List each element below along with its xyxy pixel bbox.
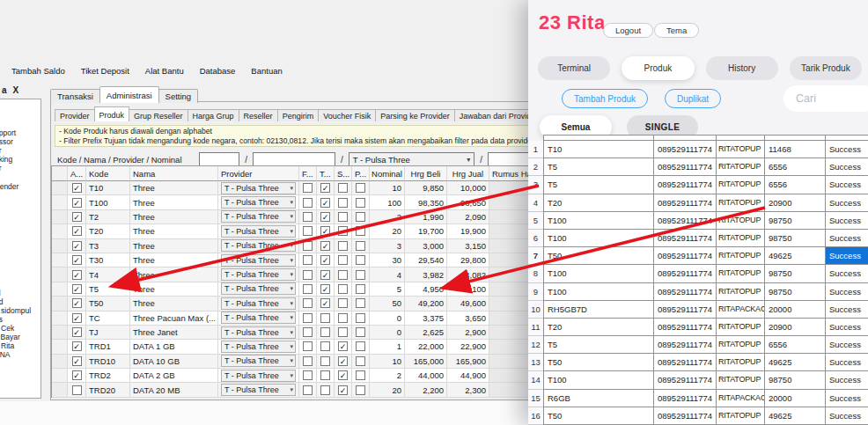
cell-nama[interactable]: Three <box>130 267 218 282</box>
cell-harga[interactable]: 98750 <box>765 283 826 301</box>
menu-item-alat-bantu[interactable]: Alat Bantu <box>145 66 184 76</box>
cell-aktif[interactable]: ✓ <box>68 297 86 311</box>
cell-flag-s[interactable] <box>335 181 352 195</box>
col-header-t[interactable]: T... <box>317 166 335 181</box>
cell-produk[interactable]: RITATOPUP <box>717 319 765 336</box>
checkbox-checked[interactable]: ✓ <box>72 198 82 208</box>
cell-flag-t[interactable]: ✓ <box>317 224 335 238</box>
cell-nama[interactable]: Three <box>130 210 218 224</box>
cell-produk[interactable]: RITATOPUP <box>717 158 765 176</box>
menu-item-bantuan[interactable]: Bantuan <box>251 66 282 76</box>
cell-flag-t[interactable]: ✓ <box>317 253 335 267</box>
checkbox-unchecked[interactable] <box>303 313 313 323</box>
cell-harga[interactable]: 20900 <box>765 194 826 212</box>
cell-harga[interactable]: 49625 <box>765 247 826 265</box>
cell-flag-s[interactable]: ✓ <box>335 340 352 354</box>
checkbox-unchecked[interactable] <box>303 356 313 366</box>
provider-dropdown[interactable]: T - Pulsa Three▾ <box>221 196 296 209</box>
col-header-hrgjual[interactable]: Hrg Jual <box>447 166 489 181</box>
sidebar-item[interactable]: er <box>0 164 40 172</box>
cell-kode[interactable]: R6GB <box>544 390 654 407</box>
cell-hrg-jual[interactable]: 3,650 <box>447 311 489 326</box>
cell-status[interactable]: Success <box>826 283 868 301</box>
checkbox-unchecked[interactable] <box>338 298 348 308</box>
subtab-voucher-fisik[interactable]: Voucher Fisik <box>318 109 376 121</box>
cell-hrg-beli[interactable]: 2,625 <box>405 326 447 340</box>
cell-kode[interactable]: T100 <box>544 283 654 301</box>
cell-aktif[interactable]: ✓ <box>68 195 86 209</box>
cell-harga[interactable]: 20900 <box>765 319 826 336</box>
cell-hrg-beli[interactable]: 165,000 <box>405 355 447 369</box>
checkbox-unchecked[interactable] <box>356 241 365 251</box>
cell-nominal[interactable]: 20 <box>370 383 405 397</box>
cell-flag-p[interactable] <box>352 340 370 354</box>
cell-flag-s[interactable] <box>335 297 352 311</box>
checkbox-unchecked[interactable] <box>320 341 330 351</box>
cell-harga[interactable]: 11468 <box>765 141 826 158</box>
cell-tujuan[interactable]: 089529111774 <box>654 158 717 176</box>
cell-flag-p[interactable] <box>352 253 370 267</box>
cell-flag-p[interactable] <box>352 297 370 311</box>
table-row[interactable]: RH5GB7D089529111774RITAPACKAGE20000Succe… <box>544 301 868 319</box>
checkbox-unchecked[interactable] <box>320 356 330 366</box>
cell-harga[interactable]: 6556 <box>765 176 826 194</box>
cell-harga[interactable]: 98750 <box>765 371 826 389</box>
table-row[interactable]: ✓TRD1DATA 1 GBT - Pulsa Three▾✓122,00022… <box>52 340 538 354</box>
cell-flag-t[interactable] <box>317 326 335 340</box>
cell-kode[interactable]: T2 <box>86 210 130 224</box>
nav-tab-terminal[interactable]: Terminal <box>538 56 610 80</box>
cell-flag-s[interactable] <box>335 239 352 253</box>
cell-flag-t[interactable] <box>317 369 335 383</box>
table-row[interactable]: R6GB089529111774RITAPACKAGE20000Success <box>544 390 868 407</box>
cell-status[interactable]: Success <box>826 212 868 230</box>
row-selector-cell[interactable] <box>52 311 68 326</box>
subtab-harga-grup[interactable]: Harga Grup <box>188 109 239 121</box>
row-selector-cell[interactable] <box>52 383 68 397</box>
col-header-p[interactable]: P... <box>352 166 370 181</box>
cell-hrg-beli[interactable]: 3,375 <box>405 311 447 326</box>
cell-nama[interactable]: DATA 20 MB <box>130 383 218 397</box>
cell-flag-t[interactable] <box>317 355 335 369</box>
row-selector-cell[interactable] <box>52 282 68 297</box>
cell-status[interactable]: Success <box>826 371 868 389</box>
cell-kode[interactable]: T50 <box>544 407 654 425</box>
checkbox-checked[interactable]: ✓ <box>320 284 330 294</box>
checkbox-unchecked[interactable] <box>303 212 313 222</box>
provider-dropdown[interactable]: T - Pulsa Three▾ <box>221 384 296 396</box>
checkbox-checked[interactable]: ✓ <box>72 241 82 251</box>
checkbox-checked[interactable]: ✓ <box>72 341 82 351</box>
cell-nominal[interactable]: 0 <box>370 326 405 340</box>
cell-kode[interactable]: TJ <box>86 326 130 340</box>
cell-produk[interactable]: RITATOPUP <box>717 230 765 247</box>
cell-provider[interactable]: T - Pulsa Three▾ <box>218 253 299 267</box>
checkbox-checked[interactable]: ✓ <box>72 370 82 380</box>
table-row[interactable]: ✓TRD2DATA 2 GBT - Pulsa Three▾✓244,00044… <box>52 369 538 383</box>
checkbox-unchecked[interactable] <box>338 212 348 222</box>
checkbox-unchecked[interactable] <box>320 370 330 380</box>
checkbox-unchecked[interactable] <box>356 341 365 351</box>
cell-status[interactable]: Success <box>826 247 868 265</box>
cell-hrg-beli[interactable]: 2,200 <box>405 383 447 397</box>
checkbox-checked[interactable]: ✓ <box>320 198 330 208</box>
nav-tab-history[interactable]: History <box>706 56 778 80</box>
cell-hrg-jual[interactable]: 22,900 <box>447 340 489 354</box>
tema-button[interactable]: Tema <box>654 23 699 38</box>
cell-provider[interactable]: T - Pulsa Three▾ <box>218 340 299 354</box>
cell-harga[interactable]: 98750 <box>765 265 826 282</box>
cell-produk[interactable]: RITATOPUP <box>717 176 765 194</box>
cell-aktif[interactable]: ✓ <box>68 181 86 195</box>
checkbox-unchecked[interactable] <box>72 385 82 395</box>
cell-flag-f[interactable] <box>299 282 317 297</box>
cell-kode[interactable]: T20 <box>544 319 654 336</box>
cell-kode[interactable]: T5 <box>544 158 654 176</box>
checkbox-checked[interactable]: ✓ <box>320 241 330 251</box>
checkbox-checked[interactable]: ✓ <box>72 183 82 193</box>
cell-status[interactable]: Success <box>826 336 868 354</box>
cell-produk[interactable]: RITATOPUP <box>717 354 765 371</box>
cell-provider[interactable]: T - Pulsa Three▾ <box>218 267 299 282</box>
cell-kode[interactable]: T20 <box>86 224 130 238</box>
checkbox-unchecked[interactable] <box>356 212 365 222</box>
menu-item-database[interactable]: Database <box>200 66 236 76</box>
cell-flag-s[interactable] <box>335 253 352 267</box>
sidebar-item[interactable]: Sender <box>0 182 40 191</box>
